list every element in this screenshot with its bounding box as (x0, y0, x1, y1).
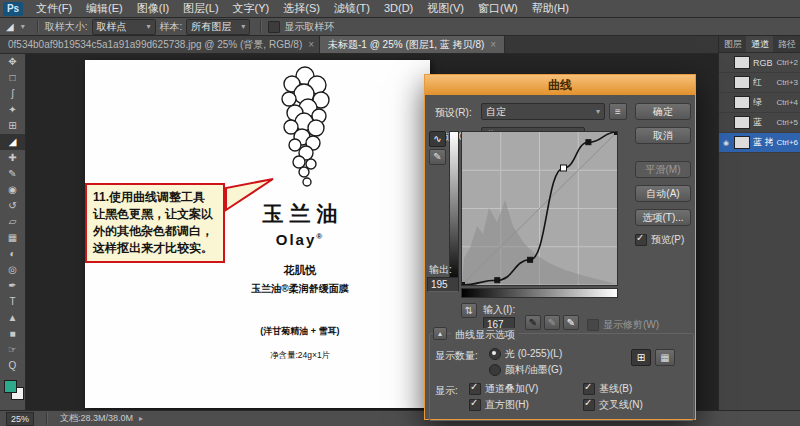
annotation-text: 11.使用曲线调整工具让黑色更黑，让文案以外的其他杂色都调白，这样抠出来才比较实… (93, 190, 213, 255)
dialog-title[interactable]: 曲线 (425, 75, 695, 95)
quarter-grid-icon[interactable]: ⊞ (631, 349, 651, 366)
current-tool-eyedropper-icon[interactable]: ◢ ▾ (0, 21, 31, 32)
divider (37, 20, 39, 33)
baseline-label: 基线(B) (599, 382, 632, 396)
channel-overlay-checkbox[interactable] (469, 383, 481, 395)
sample-size-value: 取样点 (97, 20, 127, 34)
quick-selection-tool[interactable]: ✦ (0, 102, 25, 118)
sample-size-select[interactable]: 取样点 ▾ (92, 19, 156, 35)
divider (46, 412, 48, 425)
close-icon[interactable]: × (490, 39, 496, 50)
menu-item[interactable]: 文字(Y) (226, 0, 277, 17)
show-clipping-checkbox (587, 319, 599, 331)
histogram-checkbox[interactable] (469, 399, 481, 411)
foreground-color-swatch[interactable] (4, 380, 17, 393)
channel-row[interactable]: 蓝 Ctrl+5 (719, 113, 800, 133)
curve-point-tool-icon[interactable]: ∿ (429, 131, 446, 147)
channel-shortcut: Ctrl+6 (776, 138, 798, 147)
type-tool[interactable]: T (0, 294, 25, 310)
channel-shortcut: Ctrl+4 (776, 98, 798, 107)
tab-paths[interactable]: 路径 (773, 36, 800, 52)
sample-select[interactable]: 所有图层 ▾ (186, 19, 250, 35)
swap-values-icon[interactable]: ⇅ (461, 303, 477, 318)
display-options-header[interactable]: 曲线显示选项 (451, 328, 519, 342)
menu-item[interactable]: 选择(S) (276, 0, 327, 17)
healing-brush-tool[interactable]: ✚ (0, 150, 25, 166)
visibility-eye-icon[interactable]: ◉ (721, 139, 731, 147)
chevron-down-icon: ▾ (241, 22, 245, 31)
clone-stamp-tool[interactable]: ◉ (0, 182, 25, 198)
marquee-tool[interactable]: □ (0, 70, 25, 86)
status-flyout-icon[interactable]: ▸ (139, 414, 143, 423)
channel-row[interactable]: ◉ 蓝 拷贝 Ctrl+6 (719, 133, 800, 153)
move-tool[interactable]: ✥ (0, 54, 25, 70)
intersection-line-checkbox[interactable] (583, 399, 595, 411)
olay-flower-logo (260, 64, 350, 194)
color-swatches[interactable] (4, 380, 24, 400)
preview-checkbox[interactable] (635, 234, 647, 246)
fine-grid-icon[interactable]: ▦ (655, 349, 675, 366)
curve-graph-area[interactable] (461, 131, 618, 286)
preset-select[interactable]: 自定 ▾ (481, 103, 605, 120)
menu-item[interactable]: 窗口(W) (471, 0, 525, 17)
menu-item[interactable]: 视图(V) (420, 0, 471, 17)
gradient-tool[interactable]: ▦ (0, 230, 25, 246)
channel-row[interactable]: 红 Ctrl+3 (719, 73, 800, 93)
cancel-button[interactable]: 取消 (635, 127, 691, 144)
channel-name: 蓝 (753, 116, 773, 129)
pencil-tool-icon[interactable]: ✎ (429, 149, 446, 165)
document-tabbar: 0f534b0af9b19534c5a1a91a99d625738.jpg @ … (0, 36, 800, 54)
preview-label: 预览(P) (651, 233, 684, 247)
chevron-down-icon: ▾ (21, 22, 25, 31)
channel-name: RGB (753, 58, 773, 68)
smooth-button: 平滑(M) (635, 161, 691, 178)
pen-tool[interactable]: ✒ (0, 278, 25, 294)
tab-layers[interactable]: 图层 (719, 36, 746, 52)
zoom-level-field[interactable]: 25% (6, 412, 34, 426)
zoom-tool[interactable]: Q (0, 358, 25, 374)
ok-button[interactable]: 确定 (635, 103, 691, 120)
brush-tool[interactable]: ✎ (0, 166, 25, 182)
tab-channels[interactable]: 通道 (746, 36, 773, 52)
baseline-checkbox[interactable] (583, 383, 595, 395)
document-tab-untitled[interactable]: 未标题-1 @ 25% (图层1, 蓝 拷贝/8) × (320, 36, 505, 53)
shape-tool[interactable]: ■ (0, 326, 25, 342)
show-sampling-ring-checkbox[interactable] (268, 21, 280, 33)
output-value-field[interactable]: 195 (427, 277, 459, 292)
collapse-icon[interactable]: ▴ (433, 327, 447, 340)
close-icon[interactable]: × (308, 39, 314, 50)
menu-item[interactable]: 帮助(H) (525, 0, 576, 17)
blur-tool[interactable]: ◐ (0, 246, 25, 262)
document-tab-background[interactable]: 0f534b0af9b19534c5a1a91a99d625738.jpg @ … (0, 36, 320, 53)
path-selection-tool[interactable]: ▲ (0, 310, 25, 326)
channels-panel: 图层 通道 路径 RGB Ctrl+2 红 Ctrl+3 绿 (718, 36, 800, 410)
photoshop-logo[interactable]: Ps (3, 2, 23, 16)
menu-item[interactable]: 编辑(E) (79, 0, 130, 17)
menu-item[interactable]: 文件(F) (29, 0, 79, 17)
white-point-eyedropper-icon[interactable]: ✎ (563, 315, 579, 330)
dodge-tool[interactable]: ◎ (0, 262, 25, 278)
auto-button[interactable]: 自动(A) (635, 185, 691, 202)
eyedropper-tool[interactable]: ◢ (0, 134, 25, 150)
pigment-radio[interactable] (489, 364, 501, 376)
gray-point-eyedropper-icon[interactable]: ✎ (544, 315, 560, 330)
channel-row[interactable]: 绿 Ctrl+4 (719, 93, 800, 113)
light-radio[interactable] (489, 348, 501, 360)
black-point-eyedropper-icon[interactable]: ✎ (525, 315, 541, 330)
lasso-tool[interactable]: ʃ (0, 86, 25, 102)
menu-item[interactable]: 图层(L) (176, 0, 225, 17)
preset-menu-icon[interactable]: ≡ (609, 103, 627, 120)
hand-tool[interactable]: ☞ (0, 342, 25, 358)
channel-list: RGB Ctrl+2 红 Ctrl+3 绿 Ctrl+4 蓝 Ctrl+5 (719, 53, 800, 153)
channel-row[interactable]: RGB Ctrl+2 (719, 53, 800, 73)
history-brush-tool[interactable]: ↺ (0, 198, 25, 214)
document-canvas[interactable]: 玉兰油 Olay® 花肌悦 玉兰油®柔润舒缓面膜 (洋甘菊精油 + 雪耳) 净含… (85, 60, 430, 408)
sample-label: 样本: (160, 20, 183, 34)
curve-plot[interactable] (462, 132, 617, 285)
menu-item[interactable]: 3D(D) (377, 0, 420, 17)
crop-tool[interactable]: ⊞ (0, 118, 25, 134)
eraser-tool[interactable]: ▱ (0, 214, 25, 230)
menu-item[interactable]: 图像(I) (130, 0, 176, 17)
options-button[interactable]: 选项(T)... (635, 209, 691, 226)
menu-item[interactable]: 滤镜(T) (327, 0, 377, 17)
